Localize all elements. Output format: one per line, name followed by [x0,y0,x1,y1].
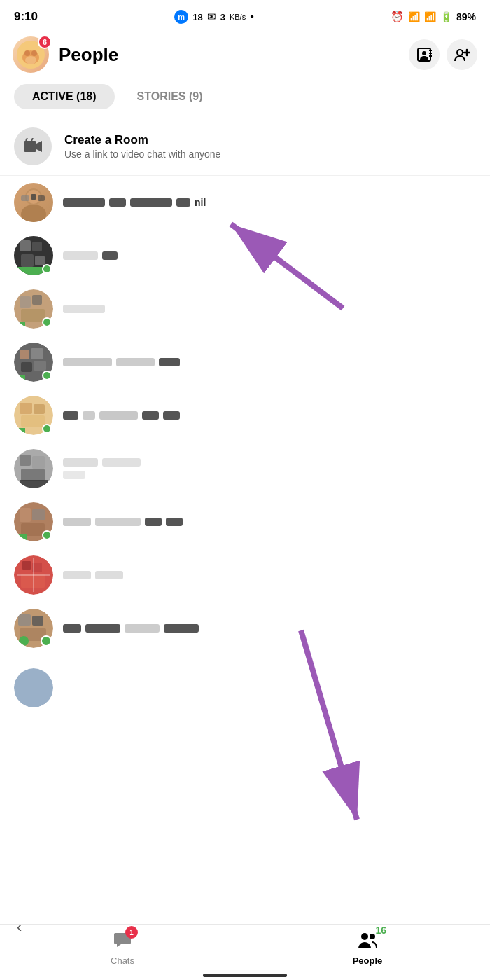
svg-rect-31 [32,295,42,305]
name-bar [63,458,476,467]
table-row[interactable] [0,495,490,548]
nav-item-people[interactable]: 16 People [245,930,490,966]
online-indicator [42,424,52,434]
person-info [63,458,476,479]
chats-icon-wrap: 1 [113,930,132,953]
person-info [63,251,476,260]
back-icon: ‹ [17,918,22,936]
table-row[interactable]: nil [0,176,490,229]
nav-item-chats[interactable]: 1 Chats [0,930,245,966]
status-icons: m 18 ✉ 3 KB/s • [174,10,254,24]
status-time: 9:10 [14,10,38,24]
status-bar: 9:10 m 18 ✉ 3 KB/s • ⏰ 📶 📶 🔋 89% [0,0,490,31]
svg-point-70 [370,934,375,939]
svg-rect-33 [17,322,25,329]
name-block [109,198,126,207]
avatar-wrap [14,343,53,382]
svg-line-16 [31,138,33,141]
name-block [95,571,123,579]
name-block [159,358,180,366]
back-button[interactable]: ‹ [17,918,22,937]
wifi-icon: 📶 [408,11,420,22]
name-block [145,518,162,526]
table-row[interactable] [0,548,490,602]
table-row[interactable] [0,655,490,707]
signal-icon: 📶 [424,11,436,22]
name-block [63,198,105,207]
name-block [116,358,155,366]
name-block [125,624,160,633]
name-block [63,358,112,366]
table-row[interactable] [0,229,490,282]
dot-indicator: • [250,11,254,23]
bottom-nav: 1 Chats 16 People [0,924,490,980]
svg-point-10 [457,50,463,55]
svg-rect-27 [35,256,45,265]
name-block [85,624,120,633]
room-text-wrap: Create a Room Use a link to video chat w… [64,133,220,160]
chats-badge: 1 [125,926,138,939]
app-icon-wrapper: 6 [13,36,49,73]
svg-rect-37 [21,362,32,372]
table-row[interactable] [0,336,490,389]
tab-inactive[interactable]: STORIES (9) [126,84,214,109]
name-block [166,518,183,526]
svg-rect-36 [31,348,43,359]
svg-rect-52 [32,509,45,520]
avatar-wrap [14,289,53,329]
table-row[interactable] [0,282,490,336]
avatar [14,555,53,595]
name-block [63,458,98,467]
avatar-wrap [14,609,53,648]
table-row[interactable] [0,442,490,495]
online-indicator [42,317,52,327]
tab-active[interactable]: ACTIVE (18) [14,84,115,109]
name-block [63,624,81,633]
room-icon [14,127,52,165]
svg-line-15 [26,138,27,141]
add-person-button[interactable] [447,39,477,70]
avatar-wrap [14,502,53,541]
name-block [63,251,98,260]
svg-point-18 [21,205,46,222]
name-bar [63,358,476,366]
name-block [163,411,180,420]
online-indicator [42,264,52,274]
svg-point-6 [422,51,426,55]
svg-rect-24 [20,240,31,251]
svg-rect-63 [32,616,43,626]
contacts-button[interactable] [409,39,440,70]
battery-text: 89% [456,11,476,22]
avatar [14,183,53,222]
svg-rect-38 [34,361,46,371]
avatar-svg [14,183,53,222]
room-subtitle: Use a link to video chat with anyone [64,149,220,160]
tabs-row: ACTIVE (18) STORIES (9) [0,78,490,118]
battery-icon: 🔋 [440,11,452,22]
avatar-svg [14,449,53,488]
avatar-wrap [14,449,53,488]
avatar-wrap [14,655,53,707]
messenger-badge: m [174,10,188,24]
avatar-wrap [14,236,53,275]
svg-rect-53 [21,523,45,536]
svg-rect-47 [32,456,45,469]
avatar-wrap [14,183,53,222]
people-count: 16 [375,925,386,936]
bottom-pill [203,974,287,977]
svg-rect-43 [21,415,45,427]
svg-rect-62 [18,614,31,626]
name-bar [63,571,476,579]
table-row[interactable] [0,389,490,442]
svg-point-69 [361,933,368,940]
online-indicator [42,530,52,540]
name-bar [63,411,476,420]
person-info: nil [63,197,476,208]
svg-rect-54 [17,534,27,541]
svg-rect-21 [31,194,36,200]
svg-marker-14 [36,141,42,152]
add-person-icon [454,47,470,62]
create-room[interactable]: Create a Room Use a link to video chat w… [0,118,490,176]
avatar-svg [14,555,53,595]
table-row[interactable] [0,602,490,655]
